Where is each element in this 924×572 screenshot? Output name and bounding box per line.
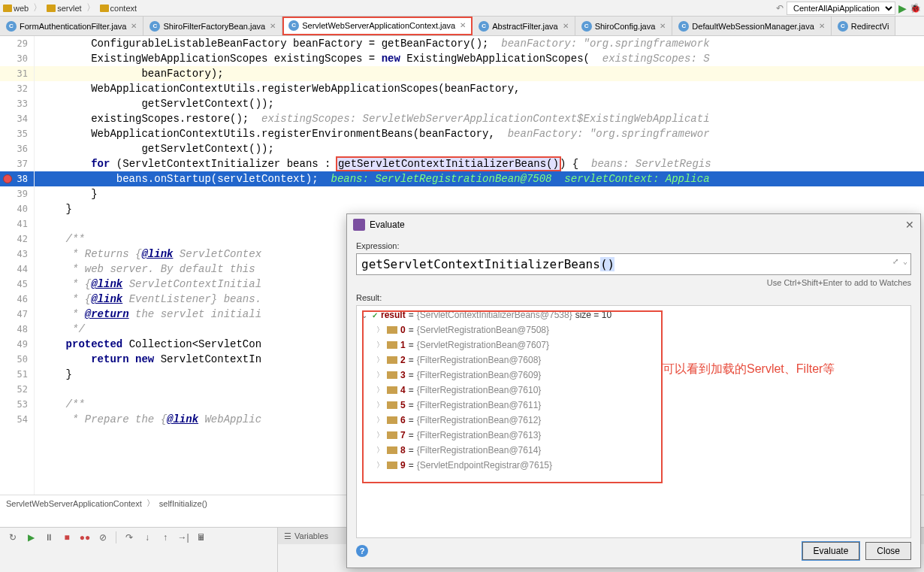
gutter-line[interactable]: 42 [0, 232, 34, 247]
run-config-select[interactable]: CenterAllApiApplication [787, 2, 895, 15]
tab-file[interactable]: CDefaultWebSessionManager.java✕ [672, 17, 831, 35]
gutter-line[interactable]: 31 [0, 66, 34, 81]
tree-root[interactable]: ⌄ ✓ result = {ServletContextInitializerB… [358, 307, 909, 322]
mute-breakpoints-icon[interactable]: ⊘ [96, 531, 110, 544]
gutter-line[interactable]: 53 [0, 397, 34, 412]
tab-file[interactable]: CShiroFilterFactoryBean.java✕ [143, 17, 282, 35]
tree-item[interactable]: 〉4 = {FilterRegistrationBean@7610} [358, 383, 909, 398]
step-over-icon[interactable]: ↷ [122, 531, 136, 544]
gutter-line[interactable]: 36 [0, 141, 34, 156]
help-icon[interactable]: ? [356, 545, 368, 557]
breadcrumb-item[interactable]: servlet [47, 4, 81, 13]
tree-item[interactable]: 〉0 = {ServletRegistrationBean@7508} [358, 322, 909, 337]
tab-file[interactable]: CRedirectVi [832, 17, 896, 35]
tab-file-active[interactable]: CServletWebServerApplicationContext.java… [282, 17, 473, 35]
tab-file[interactable]: CFormAuthenticationFilter.java✕ [0, 17, 143, 35]
breadcrumb-label: web [14, 4, 29, 13]
dialog-titlebar[interactable]: Evaluate ✕ [347, 214, 920, 235]
pause-icon[interactable]: ⏸ [42, 531, 56, 544]
chevron-right-icon[interactable]: 〉 [376, 385, 384, 395]
evaluate-button[interactable]: Evaluate [802, 542, 860, 560]
gutter-line[interactable]: 40 [0, 201, 34, 216]
stop-icon[interactable]: ■ [60, 531, 74, 544]
back-icon[interactable]: ↶ [776, 3, 784, 14]
tab-label: ServletWebServerApplicationContext.java [302, 21, 455, 30]
run-icon[interactable]: ▶ [898, 2, 907, 14]
gutter-line[interactable]: 48 [0, 322, 34, 337]
chevron-right-icon[interactable]: 〉 [376, 460, 384, 471]
tab-label: ShiroFilterFactoryBean.java [163, 22, 265, 31]
chevron-right-icon[interactable]: 〉 [376, 325, 384, 335]
gutter-line[interactable]: 38 [0, 171, 34, 186]
gutter-line[interactable]: 41 [0, 216, 34, 232]
tab-label: FormAuthenticationFilter.java [20, 22, 126, 31]
gutter-line[interactable]: 43 [0, 247, 34, 262]
close-icon[interactable]: ✕ [660, 22, 666, 30]
gutter-line[interactable]: 45 [0, 277, 34, 292]
chevron-right-icon[interactable]: 〉 [376, 445, 384, 455]
gutter-line[interactable]: 37 [0, 156, 34, 171]
gutter-line[interactable]: 54 [0, 412, 34, 427]
chevron-right-icon[interactable]: 〉 [376, 340, 384, 350]
gutter-line[interactable]: 35 [0, 126, 34, 141]
step-out-icon[interactable]: ↑ [159, 531, 172, 544]
gutter-line[interactable]: 50 [0, 352, 34, 367]
gutter-line[interactable]: 33 [0, 96, 34, 111]
chevron-right-icon[interactable]: 〉 [376, 370, 384, 380]
tree-item[interactable]: 〉1 = {ServletRegistrationBean@7607} [358, 337, 909, 353]
tree-item[interactable]: 〉6 = {FilterRegistrationBean@7612} [358, 413, 909, 428]
close-icon[interactable]: ✕ [270, 22, 276, 30]
close-icon[interactable]: ✕ [460, 21, 466, 29]
gutter-line[interactable]: 47 [0, 307, 34, 322]
tree-item[interactable]: 〉9 = {ServletEndpointRegistrar@7615} [358, 458, 909, 473]
gutter-line[interactable]: 52 [0, 382, 34, 397]
gutter-line[interactable]: 46 [0, 292, 34, 307]
close-icon[interactable]: ✕ [563, 22, 569, 30]
breakpoint-icon[interactable] [3, 174, 12, 183]
close-icon[interactable]: ✕ [131, 22, 137, 30]
chevron-right-icon[interactable]: 〉 [376, 400, 384, 410]
close-button[interactable]: Close [865, 542, 911, 560]
object-icon [387, 371, 397, 379]
gutter-line[interactable]: 34 [0, 111, 34, 126]
tree-item[interactable]: 〉5 = {FilterRegistrationBean@7611} [358, 398, 909, 413]
gutter-line[interactable]: 44 [0, 262, 34, 277]
object-icon [387, 462, 397, 469]
result-tree[interactable]: ⌄ ✓ result = {ServletContextInitializerB… [356, 305, 911, 538]
evaluate-icon[interactable]: 🖩 [195, 531, 208, 544]
expression-input[interactable]: getServletContextInitializerBeans()⤢ ⌄ [356, 253, 911, 275]
expand-icon[interactable]: ⤢ ⌄ [892, 257, 907, 265]
step-into-icon[interactable]: ↓ [140, 531, 154, 544]
breadcrumb-item[interactable]: web [3, 4, 29, 13]
tree-item[interactable]: 〉8 = {FilterRegistrationBean@7614} [358, 443, 909, 458]
chevron-right-icon[interactable]: 〉 [376, 355, 384, 365]
object-icon [387, 326, 397, 334]
gutter-line[interactable]: 49 [0, 337, 34, 352]
gutter-line[interactable]: 51 [0, 367, 34, 382]
breadcrumb-method[interactable]: selfInitialize() [159, 499, 207, 508]
chevron-right-icon[interactable]: 〉 [376, 415, 384, 425]
tab-file[interactable]: CAbstractFilter.java✕ [473, 17, 575, 35]
evaluate-dialog: Evaluate ✕ Expression: getServletContext… [346, 213, 921, 568]
debug-toolbar: ↻ ▶ ⏸ ■ ●● ⊘ ↷ ↓ ↑ →| 🖩 [0, 528, 277, 547]
tab-label: DefaultWebSessionManager.java [692, 22, 814, 31]
gutter-line[interactable]: 32 [0, 81, 34, 96]
chevron-right-icon[interactable]: 〉 [376, 430, 384, 440]
resume-icon[interactable]: ▶ [24, 531, 38, 544]
breadcrumb: web 〉 servlet 〉 context [3, 2, 776, 14]
chevron-down-icon[interactable]: ⌄ [361, 311, 369, 319]
tree-item[interactable]: 〉7 = {FilterRegistrationBean@7613} [358, 428, 909, 443]
rerun-icon[interactable]: ↻ [6, 531, 20, 544]
gutter-line[interactable]: 30 [0, 51, 34, 66]
gutter-line[interactable]: 39 [0, 186, 34, 201]
breadcrumb-item[interactable]: context [100, 4, 137, 13]
close-icon[interactable]: ✕ [905, 219, 914, 231]
debug-icon[interactable]: 🐞 [910, 3, 921, 14]
close-icon[interactable]: ✕ [819, 22, 825, 30]
expression-label: Expression: [356, 241, 911, 250]
gutter-line[interactable]: 29 [0, 36, 34, 51]
breadcrumb-class[interactable]: ServletWebServerApplicationContext [6, 499, 142, 508]
view-breakpoints-icon[interactable]: ●● [78, 531, 92, 544]
run-to-cursor-icon[interactable]: →| [177, 531, 190, 544]
tab-file[interactable]: CShiroConfig.java✕ [575, 17, 673, 35]
